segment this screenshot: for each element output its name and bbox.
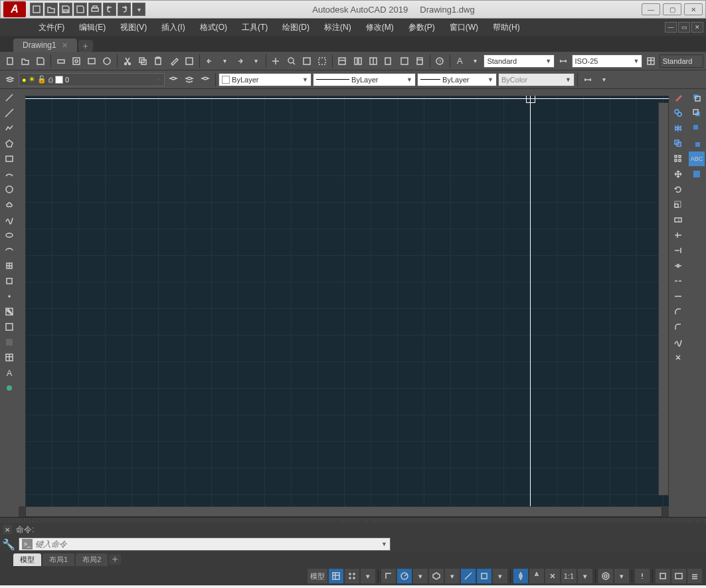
draworder-under-icon[interactable]	[689, 136, 705, 151]
textstyle-icon[interactable]: A	[453, 54, 467, 68]
region-icon[interactable]	[1, 335, 17, 349]
text-style-dropdown[interactable]: Standard▼	[484, 54, 555, 68]
draworder-back-icon[interactable]	[689, 106, 705, 120]
polyline-icon[interactable]	[1, 121, 17, 136]
extend-icon[interactable]	[670, 243, 686, 258]
scale-dd-icon[interactable]: ▾	[578, 569, 592, 583]
copy-icon[interactable]	[135, 54, 149, 68]
annovis-icon[interactable]	[529, 569, 544, 583]
cut-icon[interactable]	[120, 54, 134, 68]
layer-prev-icon[interactable]	[166, 72, 181, 87]
construction-line-icon[interactable]	[1, 106, 17, 120]
markup-icon[interactable]	[397, 54, 411, 68]
menu-insert[interactable]: 插入(I)	[159, 21, 187, 35]
menu-window[interactable]: 窗口(W)	[447, 21, 481, 35]
saveas-icon[interactable]	[74, 3, 87, 16]
menu-view[interactable]: 视图(V)	[118, 21, 149, 35]
new-file-icon[interactable]	[3, 54, 17, 68]
polar-toggle-icon[interactable]	[397, 569, 412, 583]
polar-dd-icon[interactable]: ▾	[413, 569, 428, 583]
tab-add-button[interactable]: +	[78, 40, 93, 52]
undo-btn-icon[interactable]	[202, 54, 216, 68]
line-icon[interactable]	[1, 90, 17, 105]
preview-icon[interactable]	[69, 54, 83, 68]
3ddwf-icon[interactable]	[100, 54, 114, 68]
command-input-wrap[interactable]: >_ ▼	[19, 538, 391, 551]
chamfer-icon[interactable]	[670, 304, 686, 319]
gradient-icon[interactable]	[1, 320, 17, 334]
draworder-front-icon[interactable]	[689, 90, 705, 105]
dim-style-dropdown[interactable]: ISO-25▼	[572, 54, 643, 68]
mdi-restore[interactable]: ▭	[678, 22, 690, 33]
paste-icon[interactable]	[151, 54, 165, 68]
workspace-icon[interactable]	[598, 569, 613, 583]
model-space-button[interactable]: 模型	[308, 569, 327, 583]
save-icon[interactable]	[59, 3, 72, 16]
isodraft-dd-icon[interactable]: ▾	[445, 569, 460, 583]
mdi-minimize[interactable]: —	[665, 22, 677, 33]
customize-icon[interactable]	[687, 569, 702, 583]
annomonitor-icon[interactable]	[635, 569, 650, 583]
redo-dd-icon[interactable]: ▾	[248, 54, 262, 68]
print-icon[interactable]	[88, 3, 102, 16]
ortho-toggle-icon[interactable]	[381, 569, 396, 583]
annoscale-icon[interactable]	[513, 569, 528, 583]
isolate-icon[interactable]	[656, 569, 670, 583]
toolpalette-icon[interactable]	[366, 54, 380, 68]
minimize-button[interactable]: —	[642, 3, 660, 15]
save-file-icon[interactable]	[34, 54, 48, 68]
break-icon[interactable]	[670, 274, 686, 288]
undo-icon[interactable]	[103, 3, 116, 16]
insert-block-icon[interactable]	[1, 258, 17, 273]
fillet-icon[interactable]	[670, 320, 686, 334]
hatch-icon[interactable]	[1, 304, 17, 319]
osnap-toggle-icon[interactable]	[477, 569, 491, 583]
layout-tab-model[interactable]: 模型	[13, 553, 41, 566]
cmd-dropdown-icon[interactable]: ▼	[381, 541, 387, 547]
grid-toggle-icon[interactable]	[329, 569, 343, 583]
ellipse-icon[interactable]	[1, 228, 17, 243]
vertical-scrollbar[interactable]	[658, 102, 669, 496]
menu-help[interactable]: 帮助(H)	[490, 21, 523, 35]
menu-draw[interactable]: 绘图(D)	[280, 21, 312, 35]
app-logo[interactable]: A	[3, 1, 26, 17]
offset-icon[interactable]	[670, 136, 686, 151]
snap-dd-icon[interactable]: ▾	[361, 569, 375, 583]
menu-format[interactable]: 格式(O)	[197, 21, 230, 35]
textstyle-dd-icon[interactable]: ▾	[468, 54, 482, 68]
plot-icon[interactable]	[54, 54, 68, 68]
annoauto-icon[interactable]	[545, 569, 560, 583]
text-front-icon[interactable]: ABC	[689, 151, 705, 166]
scale-label[interactable]: 1:1	[561, 569, 576, 583]
undo-dd-icon[interactable]: ▾	[218, 54, 232, 68]
mdi-close[interactable]: ✕	[691, 22, 703, 33]
qat-dropdown-icon[interactable]: ▾	[132, 3, 145, 16]
menu-tools[interactable]: 工具(T)	[239, 21, 270, 35]
table-icon[interactable]	[1, 350, 17, 365]
new-icon[interactable]	[30, 3, 43, 16]
dim-linear-icon[interactable]	[580, 72, 595, 87]
menu-modify[interactable]: 修改(M)	[363, 21, 397, 35]
join-icon[interactable]	[670, 289, 686, 304]
grip-bar[interactable]	[0, 518, 706, 523]
ellipse-arc-icon[interactable]	[1, 243, 17, 258]
matchprop-icon[interactable]	[167, 54, 181, 68]
table-style-dropdown[interactable]: Standard	[660, 54, 703, 68]
doc-tab-drawing1[interactable]: Drawing1 ✕	[13, 39, 77, 52]
zoomprev-icon[interactable]	[315, 54, 329, 68]
array-icon[interactable]	[670, 151, 686, 166]
break-point-icon[interactable]	[670, 258, 686, 273]
lineweight-dropdown[interactable]: ByLayer ▼	[417, 73, 497, 86]
scale-icon[interactable]	[670, 197, 686, 212]
explode-icon[interactable]	[670, 350, 686, 365]
color-dropdown[interactable]: ByLayer ▼	[219, 73, 311, 86]
blend-icon[interactable]	[670, 335, 686, 349]
menu-file[interactable]: 文件(F)	[36, 21, 67, 35]
layer-dropdown[interactable]: ● ☀ 🔓 ⎙ 0 ▼	[19, 73, 165, 86]
drawing-canvas[interactable]	[19, 89, 669, 506]
plotstyle-dropdown[interactable]: ByColor ▼	[498, 73, 574, 86]
snap-toggle-icon[interactable]	[345, 569, 359, 583]
erase-icon[interactable]	[670, 90, 686, 105]
redo-icon[interactable]	[118, 3, 131, 16]
menu-dimension[interactable]: 标注(N)	[321, 21, 354, 35]
